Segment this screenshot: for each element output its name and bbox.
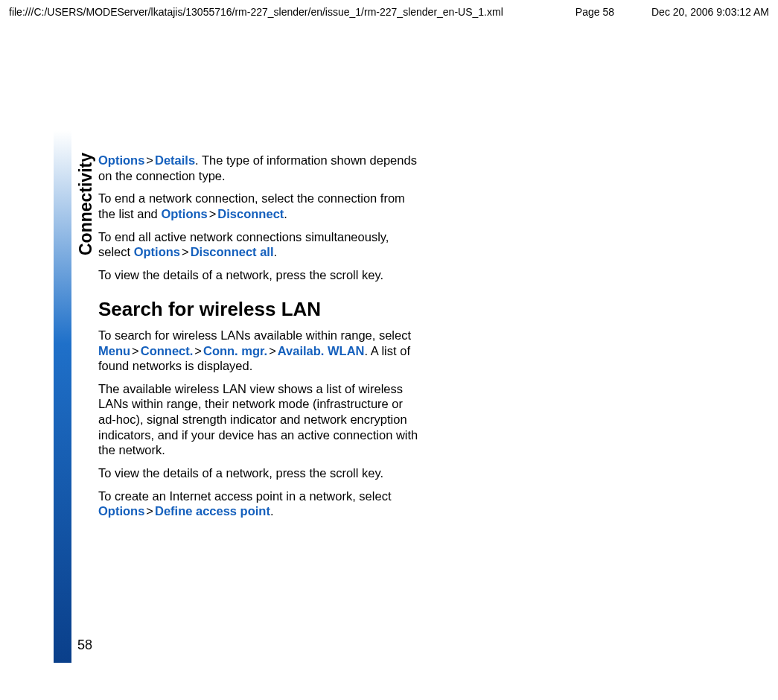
section-vertical-label: Connectivity <box>76 153 96 255</box>
header-filepath: file:///C:/USERS/MODEServer/lkatajis/130… <box>9 6 553 18</box>
header-page-label: Page 58 <box>553 6 637 18</box>
menu-options: Options <box>161 207 207 220</box>
menu-define-access-point: Define access point <box>155 504 270 518</box>
breadcrumb-separator: > <box>208 207 218 220</box>
paragraph-text: To search for wireless LANs available wi… <box>98 328 411 342</box>
breadcrumb-separator: > <box>267 344 278 357</box>
breadcrumb-separator: > <box>144 153 155 167</box>
paragraph-text: . <box>274 245 278 258</box>
paragraph-define-access-point: To create an Internet access point in a … <box>98 489 418 519</box>
menu-disconnect-all: Disconnect all <box>191 245 274 258</box>
menu-details: Details <box>155 153 195 167</box>
menu-connect: Connect. <box>141 344 194 357</box>
menu-options: Options <box>134 245 180 258</box>
page-number: 58 <box>77 637 92 653</box>
paragraph-text: . <box>284 207 287 220</box>
paragraph-search-wlan: To search for wireless LANs available wi… <box>98 328 418 374</box>
breadcrumb-separator: > <box>130 344 141 357</box>
paragraph-wlan-description: The available wireless LAN view shows a … <box>98 381 418 458</box>
menu-availab-wlan: Availab. WLAN <box>278 344 365 357</box>
menu-disconnect: Disconnect <box>217 207 284 220</box>
menu-options: Options <box>98 153 144 167</box>
paragraph-view-details-2: To view the details of a network, press … <box>98 465 418 481</box>
page-body: Connectivity Options>Details. The type o… <box>54 130 724 666</box>
paragraph-disconnect: To end a network connection, select the … <box>98 191 418 221</box>
paragraph-text: To create an Internet access point in a … <box>98 489 391 503</box>
sidebar-gradient-strip <box>54 130 71 663</box>
section-heading-search-wlan: Search for wireless LAN <box>98 297 418 322</box>
menu-conn-mgr: Conn. mgr. <box>203 344 267 357</box>
breadcrumb-separator: > <box>193 344 203 357</box>
paragraph-disconnect-all: To end all active network connections si… <box>98 229 418 260</box>
document-header: file:///C:/USERS/MODEServer/lkatajis/130… <box>0 0 778 24</box>
breadcrumb-separator: > <box>180 245 191 258</box>
paragraph-text: . <box>270 504 274 518</box>
header-timestamp: Dec 20, 2006 9:03:12 AM <box>637 6 769 18</box>
main-content: Options>Details. The type of information… <box>98 153 418 526</box>
menu-menu: Menu <box>98 344 130 357</box>
breadcrumb-separator: > <box>144 504 155 518</box>
paragraph-view-details: To view the details of a network, press … <box>98 267 418 283</box>
menu-options: Options <box>98 504 144 518</box>
paragraph-details: Options>Details. The type of information… <box>98 153 418 183</box>
